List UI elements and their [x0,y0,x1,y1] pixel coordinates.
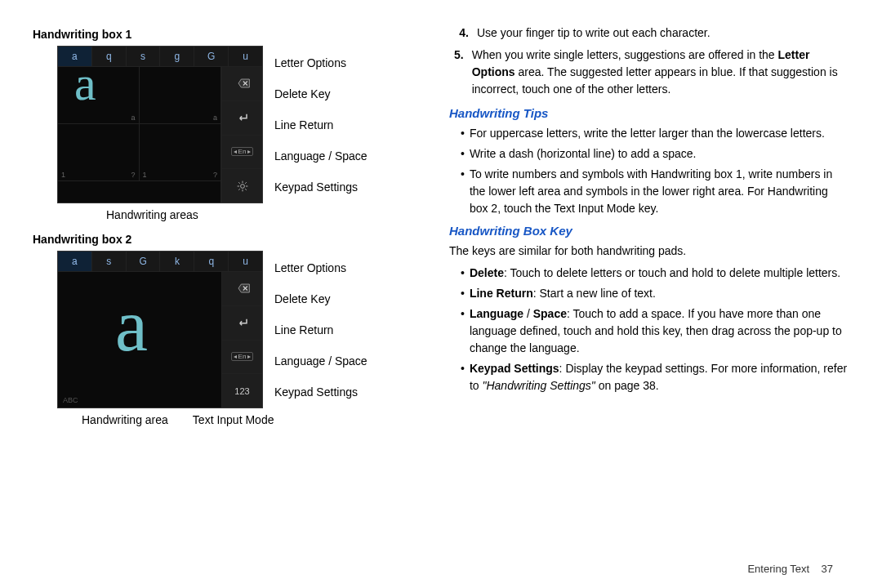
callout-letter-options: Letter Options [274,261,368,275]
callouts-box1: Letter Options Delete Key Line Return La… [274,46,368,203]
drawn-letter: a [115,283,148,368]
tip-item: •To write numbers and symbols with Handw… [449,166,849,217]
callout-line-return: Line Return [274,118,368,132]
callout-keypad: Keypad Settings [274,385,368,399]
callout-lang-space: Language / Space [274,149,368,163]
language-space-key: ◂ En ▸ [221,340,262,374]
letter-option: G [127,252,161,271]
return-key [221,100,262,135]
letter-option: G [194,47,229,66]
handwriting-area: a ABC [58,272,221,408]
callout-line-return: Line Return [274,323,368,337]
key-keypad-settings: •Keypad Settings: Display the keypad set… [449,360,849,394]
key-line-return: •Line Return: Start a new line of text. [449,285,849,302]
letter-option: a [58,252,92,271]
letter-option: q [92,47,127,66]
callout-keypad: Keypad Settings [274,180,368,194]
callout-text-input-mode: Text Input Mode [193,413,274,426]
letter-option: u [229,47,262,66]
box2-heading: Handwriting box 2 [33,233,416,246]
tip-item: •For uppercase letters, write the letter… [449,125,849,142]
tip-item: •Write a dash (horizontal line) to add a… [449,145,849,163]
callout-handwriting-area: Handwriting area [82,413,168,426]
tips-heading: Handwriting Tips [449,106,849,120]
letter-option: s [127,47,161,66]
letter-option: k [160,252,194,271]
return-key [221,305,262,340]
callout-lang-space: Language / Space [274,354,368,368]
letter-option: s [92,252,127,271]
svg-line-8 [245,182,247,184]
step-4: 4. Use your finger tip to write out each… [454,24,849,42]
step-5: 5. When you write single letters, sugges… [454,47,849,98]
callout-handwriting-areas: Handwriting areas [106,208,198,221]
callout-delete: Delete Key [274,87,368,101]
letter-option: q [194,252,229,271]
delete-key [221,67,262,100]
svg-line-5 [238,182,240,184]
letter-option: u [229,252,262,271]
text-input-mode-key: 123 [221,373,262,408]
figure-box1: a q s g G u aa a 1? 1? [57,46,416,203]
page-footer: Entering Text 37 [747,563,833,575]
callout-delete: Delete Key [274,292,368,306]
keypad-settings-key [221,168,262,203]
svg-line-6 [245,189,247,190]
letter-option: g [160,47,194,66]
side-keys: ◂ En ▸ [221,67,262,203]
language-space-key: ◂ En ▸ [221,135,262,169]
box1-heading: Handwriting box 1 [33,28,416,41]
svg-point-0 [240,184,244,188]
figure-box2: a s G k q u a ABC ◂ En ▸ [57,251,416,408]
key-language-space: •Language / Space: Touch to add a space.… [449,305,849,357]
letter-options-row: a s G k q u [58,252,262,272]
drawn-letter: a [74,56,96,112]
callouts-box2: Letter Options Delete Key Line Return La… [274,251,368,408]
key-intro: The keys are similar for both handwritin… [449,243,849,260]
boxkey-heading: Handwriting Box Key [449,224,849,238]
key-delete: •Delete: Touch to delete letters or touc… [449,265,849,282]
callout-letter-options: Letter Options [274,56,368,70]
delete-key [221,272,262,305]
svg-line-7 [238,189,240,190]
